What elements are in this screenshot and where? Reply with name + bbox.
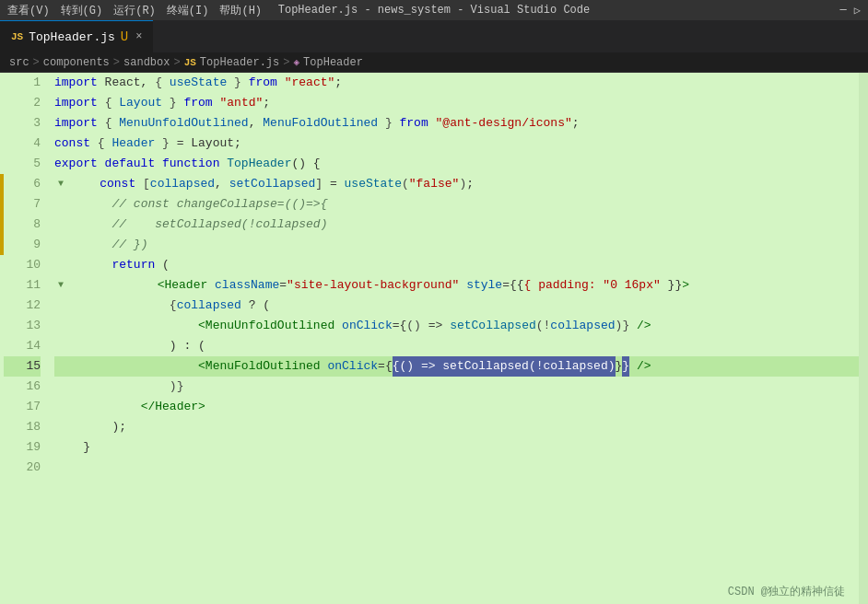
menu-view[interactable]: 查看(V) xyxy=(7,3,50,18)
editor: 1 2 3 4 5 6 7 8 9 10 11 12 13 14 15 16 1… xyxy=(0,73,868,604)
minimize-button[interactable]: — xyxy=(840,4,847,17)
tab-bar: JS TopHeader.js U × xyxy=(0,20,868,52)
code-line-13: <MenuUnfoldOutlined onClick={() => setCo… xyxy=(54,316,859,336)
code-line-14: ) : ( xyxy=(54,336,859,356)
line-num-13: 13 xyxy=(4,316,41,336)
line-num-18: 18 xyxy=(4,417,41,437)
titlebar-menu: 查看(V) 转到(G) 运行(R) 终端(I) 帮助(H) xyxy=(7,3,262,18)
line-num-16: 16 xyxy=(4,377,41,397)
window-controls: — ▷ xyxy=(840,4,861,17)
line-num-15: 15 xyxy=(4,356,41,377)
code-editor[interactable]: import React, { useState } from "react";… xyxy=(50,73,859,604)
code-line-5: export default function TopHeader() { xyxy=(54,154,859,174)
code-line-16: )} xyxy=(54,377,859,397)
code-line-10: return ( xyxy=(54,255,859,275)
line-num-3: 3 xyxy=(4,113,41,134)
tab-topheader[interactable]: JS TopHeader.js U × xyxy=(0,20,153,52)
line-num-8: 8 xyxy=(4,215,41,235)
menu-help[interactable]: 帮助(H) xyxy=(219,3,262,18)
code-line-11: ▼ <Header className="site-layout-backgro… xyxy=(54,275,859,296)
titlebar: 查看(V) 转到(G) 运行(R) 终端(I) 帮助(H) TopHeader.… xyxy=(0,0,868,20)
code-line-7: // const changeCollapse=(()=>{ xyxy=(54,194,859,215)
line-num-14: 14 xyxy=(4,336,41,356)
code-line-15: <MenuFoldOutlined onClick={{() => setCol… xyxy=(54,356,859,377)
tab-js-icon: JS xyxy=(11,31,23,42)
breadcrumb: src > components > sandbox > JS TopHeade… xyxy=(0,52,868,73)
tab-close-button[interactable]: × xyxy=(135,30,142,43)
line-num-1: 1 xyxy=(4,73,41,93)
breadcrumb-component-icon: ◈ xyxy=(293,56,299,68)
line-num-7: 7 xyxy=(4,194,41,215)
code-line-12: {collapsed ? ( xyxy=(54,296,859,316)
menu-terminal[interactable]: 终端(I) xyxy=(167,3,209,18)
breadcrumb-sandbox[interactable]: sandbox xyxy=(123,56,170,69)
vertical-scrollbar[interactable] xyxy=(859,73,868,604)
window-title: TopHeader.js - news_system - Visual Stud… xyxy=(278,4,590,17)
code-line-8: // setCollapsed(!collapsed) xyxy=(54,215,859,235)
code-line-6: ▼ const [collapsed, setCollapsed] = useS… xyxy=(54,174,859,194)
code-line-9: // }) xyxy=(54,235,859,255)
breadcrumb-components[interactable]: components xyxy=(43,56,110,69)
line-num-19: 19 xyxy=(4,437,41,458)
line-num-2: 2 xyxy=(4,93,41,113)
code-line-19: } xyxy=(54,437,859,458)
code-line-4: const { Header } = Layout; xyxy=(54,134,859,154)
line-num-9: 9 xyxy=(4,235,41,255)
breadcrumb-file[interactable]: TopHeader.js xyxy=(200,56,279,69)
line-num-17: 17 xyxy=(4,397,41,417)
code-line-1: import React, { useState } from "react"; xyxy=(54,73,859,93)
line-num-6: 6 xyxy=(4,174,41,194)
tab-modified-indicator: U xyxy=(121,29,128,44)
breadcrumb-sep4: > xyxy=(283,56,289,69)
breadcrumb-sep2: > xyxy=(113,56,120,69)
code-line-3: import { MenuUnfoldOutlined, MenuFoldOut… xyxy=(54,113,859,134)
line-num-12: 12 xyxy=(4,296,41,316)
menu-run[interactable]: 运行(R) xyxy=(113,3,156,18)
code-line-17: </Header> xyxy=(54,397,859,417)
line-num-10: 10 xyxy=(4,255,41,275)
breadcrumb-js-icon: JS xyxy=(184,57,196,68)
line-num-11: 11 xyxy=(4,275,41,296)
run-button[interactable]: ▷ xyxy=(854,4,861,17)
line-num-20: 20 xyxy=(4,458,41,478)
code-line-20 xyxy=(54,458,859,478)
breadcrumb-sep3: > xyxy=(173,56,180,69)
code-line-2: import { Layout } from "antd"; xyxy=(54,93,859,113)
breadcrumb-sep1: > xyxy=(33,56,40,69)
line-num-4: 4 xyxy=(4,134,41,154)
tab-filename: TopHeader.js xyxy=(29,30,115,44)
menu-goto[interactable]: 转到(G) xyxy=(61,3,103,18)
breadcrumb-component[interactable]: TopHeader xyxy=(303,56,363,69)
code-line-18: ); xyxy=(54,417,859,437)
breadcrumb-src[interactable]: src xyxy=(9,56,29,69)
line-numbers: 1 2 3 4 5 6 7 8 9 10 11 12 13 14 15 16 1… xyxy=(4,73,50,604)
watermark: CSDN @独立的精神信徒 xyxy=(728,584,845,599)
line-num-5: 5 xyxy=(4,154,41,174)
